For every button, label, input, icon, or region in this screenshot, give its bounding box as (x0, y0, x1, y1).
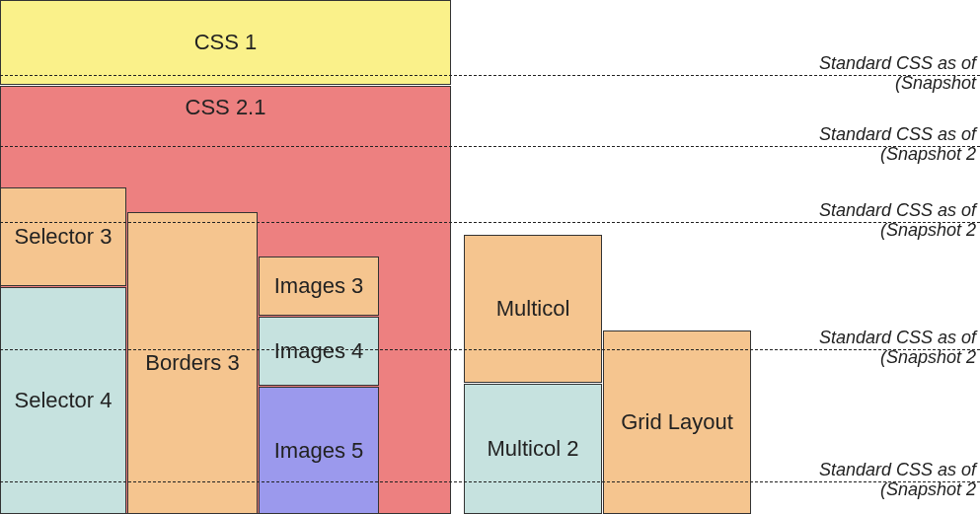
block-label: Images 3 (274, 273, 364, 299)
block-label: CSS 1 (194, 30, 258, 55)
divider-5-label: Standard CSS as of (Snapshot 2 (819, 461, 976, 500)
block-images5: Images 5 (259, 387, 379, 514)
divider-4 (0, 349, 980, 350)
divider-3 (0, 222, 980, 223)
divider-3-label: Standard CSS as of (Snapshot 2 (819, 201, 976, 241)
divider-1-label: Standard CSS as of (Snapshot (819, 54, 976, 94)
block-label: Images 4 (274, 338, 364, 364)
block-label: Images 5 (274, 438, 364, 464)
block-selector4: Selector 4 (0, 287, 126, 514)
block-multicol: Multicol (464, 235, 602, 383)
block-borders3: Borders 3 (127, 212, 258, 514)
css-timeline-diagram: CSS 1 CSS 2.1 Selector 3 Selector 4 Bord… (0, 0, 980, 514)
divider-text-1: Standard CSS as of (819, 53, 976, 73)
block-images4: Images 4 (259, 317, 379, 386)
block-multicol2: Multicol 2 (464, 384, 602, 514)
block-gridlayout: Grid Layout (603, 330, 751, 514)
block-label: Selector 4 (14, 388, 112, 413)
divider-2 (0, 146, 980, 147)
divider-text-1: Standard CSS as of (819, 124, 976, 144)
divider-2-label: Standard CSS as of (Snapshot 2 (819, 125, 976, 165)
block-selector3: Selector 3 (0, 187, 126, 286)
divider-4-label: Standard CSS as of (Snapshot 2 (819, 329, 976, 368)
block-label: CSS 2.1 (186, 95, 266, 120)
block-css1: CSS 1 (0, 0, 451, 85)
divider-text-1: Standard CSS as of (819, 460, 976, 479)
block-images3: Images 3 (259, 257, 379, 316)
block-label: Grid Layout (621, 409, 733, 435)
block-label: Multicol (496, 296, 570, 322)
divider-1 (0, 75, 980, 76)
divider-text-1: Standard CSS as of (819, 328, 976, 347)
block-label: Multicol 2 (488, 436, 579, 462)
divider-text-1: Standard CSS as of (819, 200, 976, 220)
divider-5 (0, 481, 980, 482)
block-label: Borders 3 (145, 350, 239, 376)
block-label: Selector 3 (14, 224, 112, 250)
